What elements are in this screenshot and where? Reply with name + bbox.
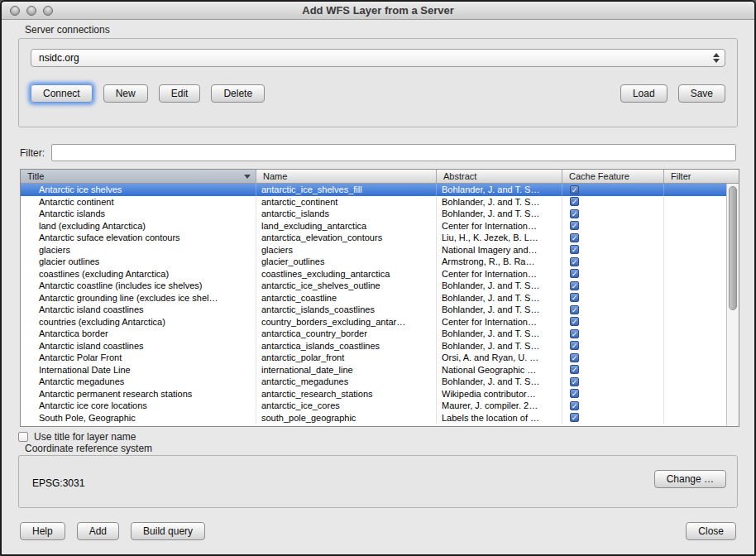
minimize-window-icon[interactable]	[26, 6, 36, 16]
cache-feature-checkbox[interactable]: ✓	[570, 269, 579, 278]
cell-filter	[664, 340, 726, 352]
cell-name: antarctica_country_border	[256, 328, 437, 340]
column-header-filter[interactable]: Filter	[664, 170, 739, 183]
vertical-scrollbar[interactable]	[726, 184, 739, 426]
cache-feature-checkbox[interactable]: ✓	[570, 233, 579, 242]
table-row[interactable]: Antarctic island coastlines antarctic_is…	[21, 304, 726, 316]
cache-feature-checkbox[interactable]: ✓	[570, 341, 579, 350]
cell-abstract: Bohlander, J. and T. S…	[437, 208, 562, 220]
build-query-button[interactable]: Build query	[131, 522, 205, 540]
cell-name: glacier_outlines	[256, 256, 437, 268]
table-row[interactable]: Antarctic grounding line (excludes ice s…	[21, 292, 726, 304]
use-title-checkbox[interactable]	[18, 432, 28, 442]
cache-feature-checkbox[interactable]: ✓	[570, 365, 579, 374]
cell-title: Antarctic islands	[21, 208, 256, 220]
table-row[interactable]: Antarctic coastline (includes ice shelve…	[21, 280, 726, 292]
cell-abstract: Center for Internation…	[437, 268, 562, 280]
cache-feature-checkbox[interactable]: ✓	[570, 257, 579, 266]
edit-button[interactable]: Edit	[159, 84, 201, 103]
cache-feature-checkbox[interactable]: ✓	[570, 413, 579, 422]
close-window-icon[interactable]	[10, 6, 20, 16]
table-row[interactable]: South Pole, Geographic south_pole_geogra…	[21, 412, 726, 424]
crs-value: EPSG:3031	[32, 477, 84, 489]
cache-feature-checkbox[interactable]: ✓	[570, 245, 579, 254]
table-row[interactable]: Antarctic continent antarctic_continent …	[21, 196, 726, 208]
table-row[interactable]: countries (excluding Antarctica) country…	[21, 316, 726, 328]
cell-filter	[664, 196, 726, 208]
cache-feature-checkbox[interactable]: ✓	[570, 197, 579, 206]
cell-name: antarctic_islands_coastlines	[256, 304, 437, 316]
cell-abstract: National Geographic …	[437, 364, 562, 376]
table-row[interactable]: glacier outlines glacier_outlines Armstr…	[21, 256, 726, 268]
cell-title: Antarctic island coastlines	[21, 304, 256, 316]
layers-table-header: Title Name Abstract Cache Feature Filter	[21, 170, 739, 184]
cache-feature-checkbox[interactable]: ✓	[570, 293, 579, 302]
server-connection-select[interactable]: nsidc.org	[31, 49, 725, 67]
cache-feature-checkbox[interactable]: ✓	[570, 377, 579, 386]
cell-abstract: Bohlander, J. and T. S…	[437, 280, 562, 292]
cell-abstract: Bohlander, J. and T. S…	[437, 196, 562, 208]
cell-filter	[664, 316, 726, 328]
cell-abstract: Armstrong, R., B. Ra…	[437, 256, 562, 268]
connect-button[interactable]: Connect	[31, 84, 93, 103]
cache-feature-checkbox[interactable]: ✓	[570, 281, 579, 290]
cell-abstract: Bohlander, J. and T. S…	[437, 304, 562, 316]
cell-title: land (excluding Antarctica)	[21, 220, 256, 232]
cache-feature-checkbox[interactable]: ✓	[570, 353, 579, 362]
table-row[interactable]: Antarctica border antarctica_country_bor…	[21, 328, 726, 340]
add-button[interactable]: Add	[77, 522, 119, 540]
table-row[interactable]: coastlines (excluding Antarctica) coastl…	[21, 268, 726, 280]
column-header-cache-feature[interactable]: Cache Feature	[562, 170, 664, 183]
delete-button[interactable]: Delete	[211, 84, 265, 103]
sort-descending-icon	[244, 175, 251, 179]
cache-feature-checkbox[interactable]: ✓	[570, 389, 579, 398]
cell-filter	[664, 400, 726, 412]
cell-name: country_borders_excluding_antar…	[256, 316, 437, 328]
crs-group-label: Coordinate reference system	[25, 443, 152, 454]
cell-name: land_excluding_antarctica	[256, 220, 437, 232]
cell-name: international_date_line	[256, 364, 437, 376]
help-button[interactable]: Help	[20, 522, 65, 540]
cache-feature-checkbox[interactable]: ✓	[570, 329, 579, 338]
column-header-name[interactable]: Name	[256, 170, 437, 183]
table-row[interactable]: Antarctic suface elevation contours anta…	[21, 232, 726, 244]
cell-name: south_pole_geographic	[256, 412, 437, 424]
cell-name: antarctic_coastline	[256, 292, 437, 304]
cell-filter	[664, 244, 726, 256]
table-row[interactable]: Antarctic megadunes antarctic_megadunes …	[21, 376, 726, 388]
new-button[interactable]: New	[103, 84, 148, 103]
scrollbar-thumb[interactable]	[729, 186, 737, 310]
cell-filter	[664, 352, 726, 364]
table-row[interactable]: Antarctic islands antarctic_islands Bohl…	[21, 208, 726, 220]
cache-feature-checkbox[interactable]: ✓	[570, 209, 579, 218]
save-button[interactable]: Save	[678, 84, 725, 103]
table-row[interactable]: land (excluding Antarctica) land_excludi…	[21, 220, 726, 232]
column-header-abstract[interactable]: Abstract	[437, 170, 562, 183]
table-row[interactable]: Antarctic ice core locations antarctic_i…	[21, 400, 726, 412]
cell-filter	[664, 304, 726, 316]
filter-input[interactable]	[51, 144, 736, 161]
table-row[interactable]: Antarctic ice shelves antarctic_ice_shel…	[21, 184, 726, 196]
table-row[interactable]: glaciers glaciers National Imagery and… …	[21, 244, 726, 256]
layers-table: Title Name Abstract Cache Feature Filter…	[20, 169, 739, 427]
cache-feature-checkbox[interactable]: ✓	[570, 305, 579, 314]
column-header-title[interactable]: Title	[21, 170, 256, 183]
cell-title: Antarctic megadunes	[21, 376, 256, 388]
cache-feature-checkbox[interactable]: ✓	[570, 317, 579, 326]
cell-filter	[664, 412, 726, 424]
cell-filter	[664, 364, 726, 376]
load-button[interactable]: Load	[620, 84, 667, 103]
cell-filter	[664, 268, 726, 280]
table-row[interactable]: Antarctic Polar Front antarctic_polar_fr…	[21, 352, 726, 364]
change-crs-button[interactable]: Change …	[654, 470, 726, 488]
table-row[interactable]: International Date Line international_da…	[21, 364, 726, 376]
close-button[interactable]: Close	[686, 522, 736, 540]
cache-feature-checkbox[interactable]: ✓	[570, 401, 579, 410]
table-row[interactable]: Antarctic permanent research stations an…	[21, 388, 726, 400]
cache-feature-checkbox[interactable]: ✓	[570, 185, 579, 194]
cache-feature-checkbox[interactable]: ✓	[570, 221, 579, 230]
cell-filter	[664, 220, 726, 232]
zoom-window-icon[interactable]	[43, 6, 53, 16]
use-title-label: Use title for layer name	[34, 431, 136, 443]
table-row[interactable]: Antarctic island coastlines antarctica_i…	[21, 340, 726, 352]
